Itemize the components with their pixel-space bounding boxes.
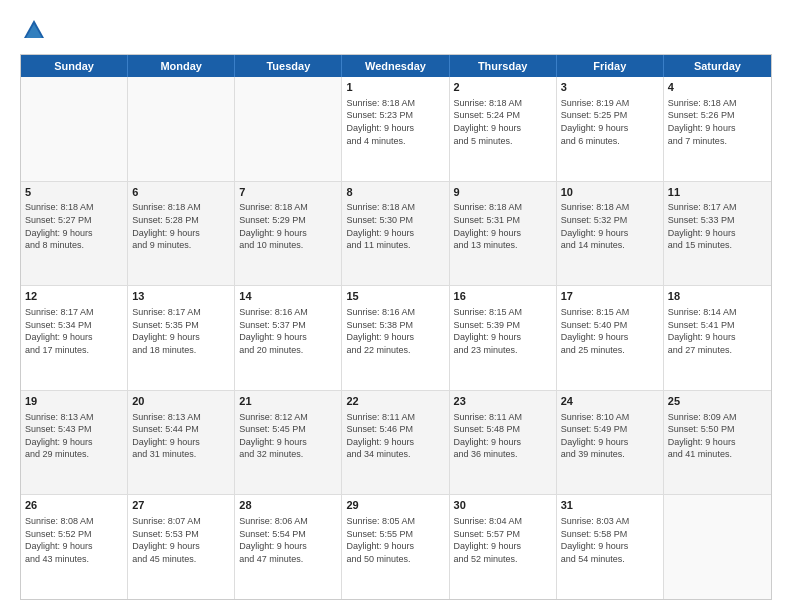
day-number: 1 bbox=[346, 80, 444, 95]
cell-line: Sunset: 5:24 PM bbox=[454, 109, 552, 122]
cal-cell-27: 27Sunrise: 8:07 AMSunset: 5:53 PMDayligh… bbox=[128, 495, 235, 599]
cell-line: Daylight: 9 hours bbox=[346, 122, 444, 135]
header-cell-saturday: Saturday bbox=[664, 55, 771, 77]
calendar-body: 1Sunrise: 8:18 AMSunset: 5:23 PMDaylight… bbox=[21, 77, 771, 599]
cell-line: Sunrise: 8:18 AM bbox=[668, 97, 767, 110]
header-cell-wednesday: Wednesday bbox=[342, 55, 449, 77]
cell-line: Daylight: 9 hours bbox=[668, 436, 767, 449]
cell-line: Sunset: 5:23 PM bbox=[346, 109, 444, 122]
cell-line: Sunset: 5:48 PM bbox=[454, 423, 552, 436]
cell-line: and 27 minutes. bbox=[668, 344, 767, 357]
cell-line: Sunset: 5:28 PM bbox=[132, 214, 230, 227]
cell-line: and 9 minutes. bbox=[132, 239, 230, 252]
week-row-4: 26Sunrise: 8:08 AMSunset: 5:52 PMDayligh… bbox=[21, 495, 771, 599]
cell-line: Sunrise: 8:18 AM bbox=[239, 201, 337, 214]
cell-line: and 17 minutes. bbox=[25, 344, 123, 357]
cell-line: and 34 minutes. bbox=[346, 448, 444, 461]
cal-cell-29: 29Sunrise: 8:05 AMSunset: 5:55 PMDayligh… bbox=[342, 495, 449, 599]
cal-cell-11: 11Sunrise: 8:17 AMSunset: 5:33 PMDayligh… bbox=[664, 182, 771, 286]
cal-cell-5: 5Sunrise: 8:18 AMSunset: 5:27 PMDaylight… bbox=[21, 182, 128, 286]
day-number: 10 bbox=[561, 185, 659, 200]
cal-cell-18: 18Sunrise: 8:14 AMSunset: 5:41 PMDayligh… bbox=[664, 286, 771, 390]
cell-line: Daylight: 9 hours bbox=[25, 540, 123, 553]
cell-line: Sunrise: 8:14 AM bbox=[668, 306, 767, 319]
cell-line: Daylight: 9 hours bbox=[454, 436, 552, 449]
cell-line: Sunrise: 8:16 AM bbox=[239, 306, 337, 319]
cell-line: Sunrise: 8:18 AM bbox=[25, 201, 123, 214]
cell-line: Daylight: 9 hours bbox=[346, 436, 444, 449]
cell-line: Sunset: 5:33 PM bbox=[668, 214, 767, 227]
cal-cell-20: 20Sunrise: 8:13 AMSunset: 5:44 PMDayligh… bbox=[128, 391, 235, 495]
day-number: 14 bbox=[239, 289, 337, 304]
cal-cell-6: 6Sunrise: 8:18 AMSunset: 5:28 PMDaylight… bbox=[128, 182, 235, 286]
cal-cell-12: 12Sunrise: 8:17 AMSunset: 5:34 PMDayligh… bbox=[21, 286, 128, 390]
week-row-3: 19Sunrise: 8:13 AMSunset: 5:43 PMDayligh… bbox=[21, 391, 771, 496]
day-number: 3 bbox=[561, 80, 659, 95]
cell-line: Daylight: 9 hours bbox=[346, 227, 444, 240]
cell-line: Sunrise: 8:18 AM bbox=[132, 201, 230, 214]
cal-cell-9: 9Sunrise: 8:18 AMSunset: 5:31 PMDaylight… bbox=[450, 182, 557, 286]
cell-line: Sunrise: 8:18 AM bbox=[346, 97, 444, 110]
cell-line: and 32 minutes. bbox=[239, 448, 337, 461]
cell-line: Daylight: 9 hours bbox=[561, 540, 659, 553]
cell-line: and 43 minutes. bbox=[25, 553, 123, 566]
cell-line: Sunset: 5:52 PM bbox=[25, 528, 123, 541]
cal-cell-1: 1Sunrise: 8:18 AMSunset: 5:23 PMDaylight… bbox=[342, 77, 449, 181]
cell-line: Daylight: 9 hours bbox=[454, 227, 552, 240]
cell-line: Sunset: 5:46 PM bbox=[346, 423, 444, 436]
logo-icon bbox=[20, 16, 48, 44]
cell-line: Sunset: 5:55 PM bbox=[346, 528, 444, 541]
cal-cell-4: 4Sunrise: 8:18 AMSunset: 5:26 PMDaylight… bbox=[664, 77, 771, 181]
cal-cell-empty-1 bbox=[128, 77, 235, 181]
cal-cell-21: 21Sunrise: 8:12 AMSunset: 5:45 PMDayligh… bbox=[235, 391, 342, 495]
day-number: 17 bbox=[561, 289, 659, 304]
cal-cell-30: 30Sunrise: 8:04 AMSunset: 5:57 PMDayligh… bbox=[450, 495, 557, 599]
day-number: 9 bbox=[454, 185, 552, 200]
cal-cell-3: 3Sunrise: 8:19 AMSunset: 5:25 PMDaylight… bbox=[557, 77, 664, 181]
day-number: 26 bbox=[25, 498, 123, 513]
day-number: 23 bbox=[454, 394, 552, 409]
cell-line: Sunset: 5:57 PM bbox=[454, 528, 552, 541]
cell-line: and 52 minutes. bbox=[454, 553, 552, 566]
cell-line: and 4 minutes. bbox=[346, 135, 444, 148]
cell-line: Daylight: 9 hours bbox=[561, 227, 659, 240]
cal-cell-8: 8Sunrise: 8:18 AMSunset: 5:30 PMDaylight… bbox=[342, 182, 449, 286]
cell-line: Sunrise: 8:15 AM bbox=[454, 306, 552, 319]
cal-cell-22: 22Sunrise: 8:11 AMSunset: 5:46 PMDayligh… bbox=[342, 391, 449, 495]
cell-line: Sunset: 5:40 PM bbox=[561, 319, 659, 332]
cell-line: Daylight: 9 hours bbox=[668, 122, 767, 135]
cell-line: Daylight: 9 hours bbox=[454, 331, 552, 344]
cell-line: Daylight: 9 hours bbox=[132, 540, 230, 553]
cell-line: Sunset: 5:58 PM bbox=[561, 528, 659, 541]
cell-line: Sunset: 5:49 PM bbox=[561, 423, 659, 436]
cell-line: and 20 minutes. bbox=[239, 344, 337, 357]
week-row-2: 12Sunrise: 8:17 AMSunset: 5:34 PMDayligh… bbox=[21, 286, 771, 391]
day-number: 7 bbox=[239, 185, 337, 200]
cell-line: Daylight: 9 hours bbox=[454, 122, 552, 135]
cell-line: and 31 minutes. bbox=[132, 448, 230, 461]
day-number: 25 bbox=[668, 394, 767, 409]
day-number: 16 bbox=[454, 289, 552, 304]
cell-line: Sunrise: 8:19 AM bbox=[561, 97, 659, 110]
cell-line: Sunset: 5:54 PM bbox=[239, 528, 337, 541]
cell-line: Sunset: 5:32 PM bbox=[561, 214, 659, 227]
day-number: 8 bbox=[346, 185, 444, 200]
cell-line: Daylight: 9 hours bbox=[132, 227, 230, 240]
cal-cell-13: 13Sunrise: 8:17 AMSunset: 5:35 PMDayligh… bbox=[128, 286, 235, 390]
cell-line: Sunrise: 8:03 AM bbox=[561, 515, 659, 528]
cell-line: Sunrise: 8:18 AM bbox=[561, 201, 659, 214]
cell-line: Daylight: 9 hours bbox=[239, 436, 337, 449]
day-number: 2 bbox=[454, 80, 552, 95]
day-number: 29 bbox=[346, 498, 444, 513]
cell-line: Sunrise: 8:17 AM bbox=[668, 201, 767, 214]
day-number: 31 bbox=[561, 498, 659, 513]
cal-cell-empty-2 bbox=[235, 77, 342, 181]
cell-line: and 25 minutes. bbox=[561, 344, 659, 357]
cal-cell-2: 2Sunrise: 8:18 AMSunset: 5:24 PMDaylight… bbox=[450, 77, 557, 181]
cell-line: Sunset: 5:39 PM bbox=[454, 319, 552, 332]
day-number: 5 bbox=[25, 185, 123, 200]
cell-line: Daylight: 9 hours bbox=[561, 331, 659, 344]
cell-line: Sunrise: 8:18 AM bbox=[454, 201, 552, 214]
cell-line: Daylight: 9 hours bbox=[346, 540, 444, 553]
header-cell-sunday: Sunday bbox=[21, 55, 128, 77]
